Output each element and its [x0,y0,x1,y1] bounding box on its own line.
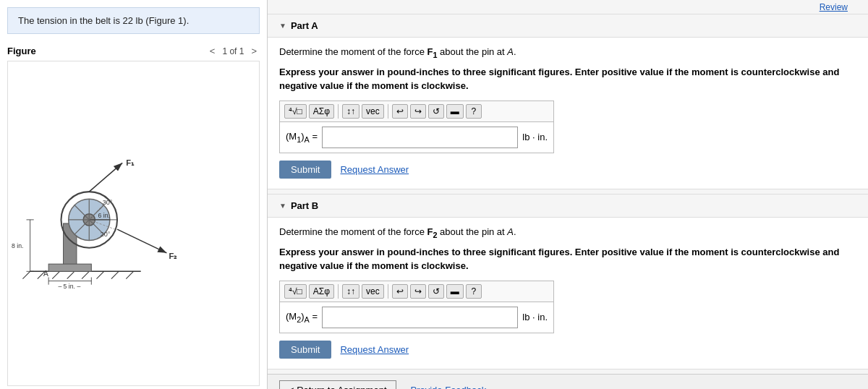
svg-text:A: A [43,270,48,278]
part-a-submit-row: Submit Request Answer [279,161,856,179]
given-text: The tension in the belt is 22 lb (Figure… [18,15,189,26]
part-a-unit: lb · in. [522,132,548,142]
return-to-assignment-button[interactable]: < Return to Assignment [279,380,396,389]
toolbar-b-radical-btn[interactable]: ⁴√□ [284,284,307,299]
toolbar-help-btn[interactable]: ? [466,104,482,119]
toolbar-b-arrows-btn[interactable]: ↕↑ [342,284,359,299]
toolbar-b-vec-btn[interactable]: vec [362,284,384,299]
part-b-request-answer-link[interactable]: Request Answer [340,344,409,355]
svg-text:8 in.: 8 in. [12,242,23,249]
part-a-label: Part A [291,20,318,31]
toolbar-b-sep-1 [338,284,339,299]
figure-header: Figure < 1 of 1 > [7,44,260,58]
given-info: The tension in the belt is 22 lb (Figure… [7,7,260,34]
toolbar-refresh-btn[interactable]: ↺ [428,104,444,119]
svg-text:F₂: F₂ [169,252,177,260]
part-b-unit: lb · in. [522,312,548,322]
toolbar-undo-btn[interactable]: ↩ [392,104,408,119]
bottom-bar: < Return to Assignment Provide Feedback [268,374,868,389]
part-a-input-container: (M1)A = lb · in. [279,121,554,153]
svg-text:30°: 30° [103,199,113,206]
part-b-toolbar: ⁴√□ AΣφ ↕↑ vec ↩ ↪ ↺ ▬ ? [279,281,554,302]
part-b-body: Determine the moment of the force F2 abo… [268,218,868,369]
part-b-instruction: Express your answer in pound-inches to t… [279,245,856,273]
part-b-submit-button[interactable]: Submit [279,341,331,359]
toolbar-redo-btn[interactable]: ↪ [410,104,426,119]
part-b-input-label: (M2)A = [286,311,318,324]
part-a-submit-button[interactable]: Submit [279,161,331,179]
toolbar-sep-1 [338,104,339,119]
part-a-instruction: Express your answer in pound-inches to t… [279,65,856,93]
toolbar-b-redo-btn[interactable]: ↪ [410,284,426,299]
figure-prev-button[interactable]: < [207,44,218,58]
figure-section: Figure < 1 of 1 > [0,41,267,389]
toolbar-sigma-btn[interactable]: AΣφ [309,104,334,119]
toolbar-radical-btn[interactable]: ⁴√□ [284,104,307,119]
figure-nav: < 1 of 1 > [207,44,260,58]
part-b-description: Determine the moment of the force F2 abo… [279,225,856,241]
part-a-input-inner: (M1)A = lb · in. [280,122,553,153]
part-a-section: ▼ Part A Determine the moment of the for… [268,14,868,189]
figure-canvas: 30° 20° 6 in. 8 in. – 5 in. – A [7,61,260,386]
figure-svg: 30° 20° 6 in. 8 in. – 5 in. – A [8,61,259,385]
svg-text:F₁: F₁ [126,158,135,167]
toolbar-keyboard-btn[interactable]: ▬ [446,104,464,119]
toolbar-b-sep-2 [388,284,388,299]
part-b-answer-input[interactable] [322,307,518,328]
figure-next-button[interactable]: > [248,44,260,58]
provide-feedback-link[interactable]: Provide Feedback [411,385,487,389]
svg-text:20°: 20° [101,231,111,238]
part-a-header[interactable]: ▼ Part A [268,14,868,38]
toolbar-b-undo-btn[interactable]: ↩ [392,284,408,299]
part-a-arrow: ▼ [279,22,286,30]
toolbar-b-refresh-btn[interactable]: ↺ [428,284,444,299]
figure-page: 1 of 1 [222,46,244,56]
toolbar-arrows-btn[interactable]: ↕↑ [342,104,359,119]
part-a-input-label: (M1)A = [286,131,318,144]
part-a-answer-input[interactable] [322,127,518,148]
right-panel: Review ▼ Part A Determine the moment of … [268,0,868,389]
left-panel: The tension in the belt is 22 lb (Figure… [0,0,268,389]
part-b-input-inner: (M2)A = lb · in. [280,302,553,333]
part-b-header[interactable]: ▼ Part B [268,194,868,218]
part-a-request-answer-link[interactable]: Request Answer [340,164,409,175]
toolbar-b-help-btn[interactable]: ? [466,284,482,299]
toolbar-vec-btn[interactable]: vec [362,104,384,119]
part-b-label: Part B [291,200,318,211]
part-b-arrow: ▼ [279,202,286,210]
part-a-description: Determine the moment of the force F1 abo… [279,45,856,61]
svg-rect-11 [48,264,91,271]
part-b-submit-row: Submit Request Answer [279,341,856,359]
part-a-body: Determine the moment of the force F1 abo… [268,38,868,189]
review-link[interactable]: Review [808,0,859,15]
toolbar-b-keyboard-btn[interactable]: ▬ [446,284,464,299]
svg-text:6 in.: 6 in. [98,212,110,219]
part-a-toolbar: ⁴√□ AΣφ ↕↑ vec ↩ ↪ ↺ ▬ ? [279,101,554,121]
svg-text:– 5 in. –: – 5 in. – [58,283,80,290]
toolbar-b-sigma-btn[interactable]: AΣφ [309,284,334,299]
part-b-section: ▼ Part B Determine the moment of the for… [268,194,868,369]
part-b-input-container: (M2)A = lb · in. [279,302,554,333]
toolbar-sep-2 [388,104,388,119]
figure-title: Figure [7,46,36,56]
